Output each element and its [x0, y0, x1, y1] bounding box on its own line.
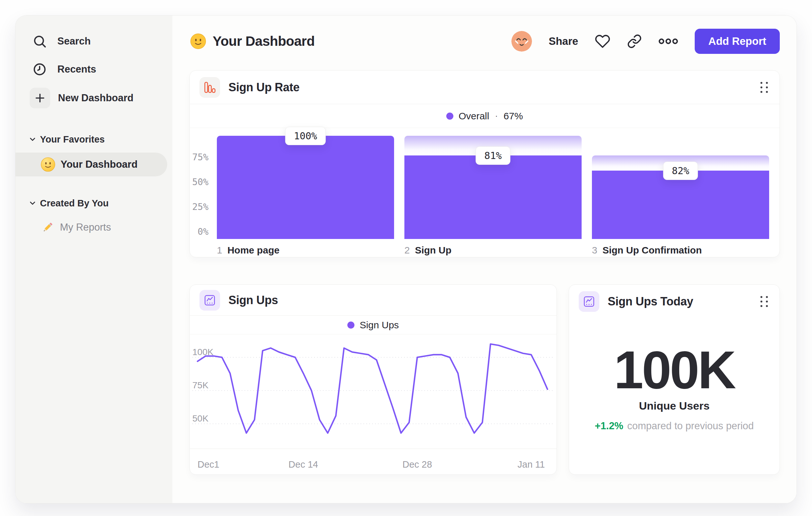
funnel-step-label: 3Sign Up Confirmation — [592, 245, 769, 256]
line-y-tick: 50K — [192, 413, 208, 424]
sidebar-item-label: My Reports — [60, 222, 111, 233]
funnel-plot: 75%50%25%0%100%81%82% — [190, 128, 779, 239]
funnel-step-labels: 1Home page2Sign Up3Sign Up Confirmation — [217, 245, 769, 256]
line-x-tick: Dec1 — [198, 459, 220, 470]
legend-dot — [347, 322, 354, 329]
card-title: Sign Ups Today — [608, 295, 693, 308]
stat-label: Unique Users — [569, 400, 779, 412]
legend-label: Overall — [459, 111, 489, 121]
page-header: Your Dashboard Share — [190, 28, 780, 54]
line-legend: Sign Ups — [190, 316, 556, 334]
line-chart-icon — [199, 290, 220, 310]
legend-separator: · — [495, 111, 498, 121]
chevron-down-icon — [28, 199, 37, 207]
funnel-value-tooltip: 100% — [285, 127, 326, 145]
copy-link-icon[interactable] — [627, 34, 642, 49]
funnel-y-tick: 0% — [190, 226, 208, 237]
drag-handle-icon[interactable] — [760, 296, 768, 307]
line-y-tick: 100K — [192, 347, 213, 358]
legend-value: 67% — [504, 111, 523, 121]
funnel-step-label: 2Sign Up — [404, 245, 582, 256]
sidebar-item-new-dashboard[interactable]: New Dashboard — [16, 86, 172, 110]
page-title: Your Dashboard — [213, 33, 315, 49]
sign-ups-today-card: Sign Ups Today 100K Unique Users +1.2%co… — [569, 284, 780, 475]
line-x-tick: Dec 28 — [402, 459, 432, 470]
avatar[interactable] — [511, 31, 532, 52]
drag-handle-icon[interactable] — [760, 82, 768, 93]
sidebar-item-search[interactable]: Search — [16, 30, 172, 53]
more-options-icon[interactable] — [659, 38, 678, 45]
sidebar-section-label: Your Favorites — [40, 134, 105, 145]
funnel-y-tick: 25% — [190, 201, 208, 213]
pencil-emoji-icon — [40, 220, 55, 235]
sidebar-item-your-dashboard[interactable]: Your Dashboard — [16, 153, 167, 176]
line-y-tick: 75K — [192, 380, 208, 391]
card-header: Sign Ups — [190, 285, 556, 316]
card-title: Sign Up Rate — [228, 81, 299, 94]
sidebar-section-your-favorites[interactable]: Your Favorites — [16, 130, 172, 149]
card-header: Sign Ups Today — [569, 285, 779, 318]
funnel-y-tick: 75% — [190, 152, 208, 163]
clock-icon — [32, 62, 47, 77]
card-header: Sign Up Rate — [190, 71, 779, 104]
dashboard-smiley-emoji-icon — [190, 33, 206, 49]
funnel-bar[interactable]: 81% — [404, 128, 582, 239]
sidebar-item-label: Your Dashboard — [61, 159, 138, 170]
chevron-down-icon — [28, 135, 37, 143]
funnel-value-tooltip: 81% — [475, 146, 511, 165]
smiley-emoji-icon — [40, 157, 55, 172]
sidebar-item-recents[interactable]: Recents — [16, 58, 172, 81]
line-chart-icon — [579, 291, 599, 312]
line-x-axis: Dec1Dec 14Dec 28Jan 11 — [190, 449, 556, 474]
legend-label: Sign Ups — [359, 320, 399, 331]
funnel-value-tooltip: 82% — [663, 162, 698, 180]
desktop: { "sidebar": { "nav": [ { "label": "Sear… — [0, 0, 812, 516]
line-chart-svg — [190, 334, 557, 449]
sign-up-rate-card: Sign Up Rate Overall · 67% 75%50%25%0%10… — [190, 70, 780, 257]
sidebar-section-label: Created By You — [40, 198, 109, 209]
app-window: Search Recents New Dashboard Your Favori… — [16, 16, 796, 503]
delta-note: compared to previous period — [627, 420, 754, 432]
stat-value: 100K — [569, 344, 779, 397]
add-report-button[interactable]: Add Report — [695, 29, 780, 54]
share-button[interactable]: Share — [549, 35, 578, 47]
sidebar-item-my-reports[interactable]: My Reports — [16, 216, 167, 239]
stat-delta: +1.2%compared to previous period — [569, 420, 779, 432]
legend-dot — [446, 113, 453, 120]
line-x-tick: Jan 11 — [518, 459, 545, 470]
funnel-legend: Overall · 67% — [190, 104, 779, 128]
favorite-heart-icon[interactable] — [595, 33, 610, 49]
funnel-bar[interactable]: 82% — [592, 128, 769, 239]
line-plot: 100K75K50K — [190, 334, 557, 449]
funnel-chart-icon — [199, 77, 220, 98]
search-icon — [32, 34, 47, 49]
delta-value: +1.2% — [595, 420, 624, 432]
sign-ups-card: Sign Ups Sign Ups 100K75K50K Dec1Dec 14D… — [190, 284, 557, 475]
funnel-bar[interactable]: 100% — [217, 128, 394, 239]
sidebar-item-label: New Dashboard — [58, 92, 134, 104]
sidebar-item-label: Recents — [57, 63, 96, 75]
plus-icon — [30, 88, 50, 108]
sidebar-section-created-by-you[interactable]: Created By You — [16, 193, 172, 213]
header-actions: Share Add Report — [511, 29, 780, 54]
funnel-step-label: 1Home page — [217, 245, 394, 256]
sidebar: Search Recents New Dashboard Your Favori… — [16, 16, 172, 503]
card-title: Sign Ups — [228, 294, 278, 307]
line-x-tick: Dec 14 — [288, 459, 318, 470]
sidebar-item-label: Search — [57, 35, 91, 47]
funnel-y-tick: 50% — [190, 177, 208, 188]
main-content: Your Dashboard Share — [172, 16, 796, 503]
